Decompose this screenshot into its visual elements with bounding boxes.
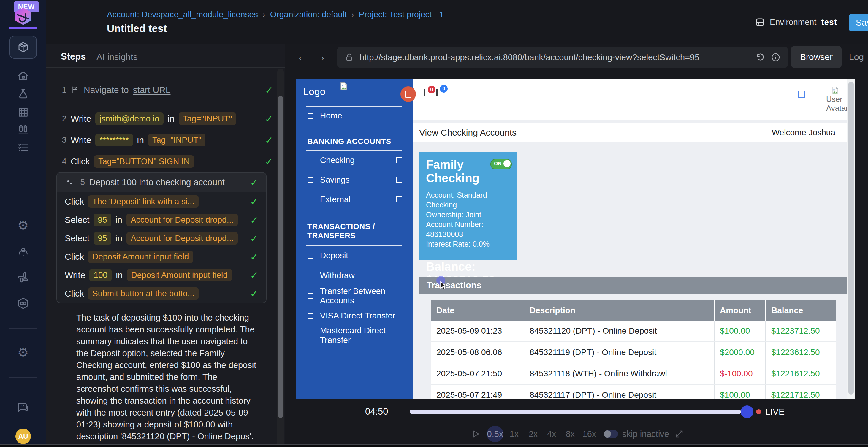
account-card-family-checking[interactable]: Family Checking ON Account: Standard Che…	[420, 152, 517, 260]
sidebar-item-visa-transfer[interactable]: VISA Direct Transfer	[308, 310, 402, 322]
speed-1x-button[interactable]: 1x	[506, 427, 522, 441]
sidebar-item-mastercard-transfer[interactable]: Mastercard Direct Transfer	[308, 329, 402, 341]
fullscreen-placeholder-icon[interactable]	[798, 91, 805, 98]
timeline-track[interactable]	[410, 410, 741, 414]
col-amount[interactable]: Amount	[715, 300, 766, 321]
step-target-chip[interactable]: The 'Deposit' link with a si...	[88, 195, 198, 208]
save-button[interactable]: Save	[849, 14, 868, 31]
skip-inactive-label: skip inactive	[622, 427, 676, 441]
browser-forward-icon[interactable]: →	[314, 49, 327, 63]
tab-ai-insights[interactable]: AI insights	[96, 52, 137, 62]
url-text[interactable]: http://stage.dbank.prod-apps.relicx.ai:8…	[360, 53, 749, 62]
substep-row-3[interactable]: Select 95 in Account for Deposit dropd..…	[57, 229, 266, 248]
table-row[interactable]: 2025-05-07 21:50 845321118 (WTH) - Onlin…	[431, 363, 836, 385]
substep-row-4[interactable]: Click Deposit Amount input field ✓	[57, 248, 266, 266]
step-group-card[interactable]: 5 Deposit 100 into checking account ✓ Cl…	[56, 172, 267, 304]
step-target-chip[interactable]: Tag="INPUT"	[148, 134, 206, 146]
table-row[interactable]: 2025-05-07 21:49 845321117 (DPT) - Onlin…	[431, 385, 836, 399]
tab-log[interactable]: Log	[847, 46, 866, 68]
step-row-1[interactable]: 1 Navigate to start URL ✓	[59, 81, 273, 99]
viewport-scrollbar[interactable]	[847, 79, 855, 399]
home-icon	[17, 70, 29, 82]
col-date[interactable]: Date	[431, 300, 524, 321]
rail-item-admin-settings[interactable]: ⚙	[0, 344, 46, 361]
rail-item-checklist[interactable]	[0, 139, 46, 156]
step-target-chip[interactable]: Tag="INPUT"	[179, 113, 236, 125]
scrollbar-thumb[interactable]	[848, 82, 854, 395]
step-target-chip[interactable]: Account for Deposit dropd...	[126, 232, 238, 245]
rail-item-pipelines[interactable]	[0, 295, 46, 312]
speed-4x-button[interactable]: 4x	[544, 427, 559, 441]
steps-scrollbar[interactable]	[277, 69, 284, 447]
browser-back-icon[interactable]: ←	[296, 49, 309, 63]
speed-16x-button[interactable]: 16x	[580, 427, 598, 441]
sidebar-item-checking[interactable]: Checking	[308, 154, 402, 166]
rail-item-home[interactable]	[0, 68, 46, 84]
sidebar-item-external[interactable]: External	[308, 194, 402, 205]
rail-item-test-suites[interactable]	[9, 36, 37, 59]
user-avatar[interactable]: AU	[16, 428, 31, 444]
table-row[interactable]: 2025-05-09 01:23 845321120 (DPT) - Onlin…	[431, 321, 836, 342]
refresh-icon[interactable]	[755, 53, 765, 62]
step-target-chip[interactable]: Submit button at the botto...	[88, 287, 198, 300]
step-group-header[interactable]: 5 Deposit 100 into checking account ✓	[57, 173, 266, 192]
recording-stop-button[interactable]	[400, 86, 416, 102]
step-target-chip[interactable]: Account for Deposit dropd...	[126, 214, 238, 226]
col-description[interactable]: Description	[524, 300, 715, 321]
rail-item-test-runs[interactable]	[0, 122, 46, 138]
rail-item-lab[interactable]	[0, 86, 46, 102]
step-row-3[interactable]: 3 Write ********* in Tag="INPUT" ✓	[59, 131, 273, 149]
skip-inactive-toggle[interactable]	[604, 430, 618, 438]
substep-row-2[interactable]: Select 95 in Account for Deposit dropd..…	[57, 211, 266, 229]
account-toggle[interactable]: ON	[490, 159, 512, 169]
rail-item-help-feedback[interactable]: ?	[0, 400, 46, 416]
step-target-chip[interactable]: Deposit Amount input field	[88, 251, 193, 263]
start-url-link[interactable]: start URL	[133, 85, 171, 95]
sidebar-item-savings[interactable]: Savings	[308, 174, 402, 186]
breadcrumb-organization[interactable]: Organization: default	[270, 10, 347, 19]
tab-browser[interactable]: Browser	[791, 46, 842, 68]
url-bar[interactable]: http://stage.dbank.prod-apps.relicx.ai:8…	[337, 46, 788, 68]
info-icon[interactable]	[771, 53, 780, 62]
step-value-chip[interactable]: *********	[95, 134, 133, 146]
substep-row-5[interactable]: Write 100 in Deposit Amount input field …	[57, 266, 266, 284]
speed-0.5x-button[interactable]: 0.5x	[487, 426, 503, 442]
sidebar-item-deposit[interactable]: Deposit	[308, 250, 402, 261]
table-row[interactable]: 2025-05-08 06:06 845321119 (DPT) - Onlin…	[431, 342, 836, 363]
step-target-chip[interactable]: Tag="BUTTON" SIGN IN	[94, 155, 194, 168]
notification-bell-placeholder[interactable]	[424, 90, 425, 95]
user-avatar-broken-image[interactable]: User Avatar	[826, 86, 847, 116]
step-row-4[interactable]: 4 Click Tag="BUTTON" SIGN IN ✓	[59, 152, 273, 171]
col-balance[interactable]: Balance	[766, 300, 836, 321]
speed-8x-button[interactable]: 8x	[562, 427, 578, 441]
bank-logo-text[interactable]: Logo	[303, 86, 326, 97]
expand-player-button[interactable]	[673, 427, 686, 441]
rail-item-personas[interactable]	[0, 243, 46, 259]
environment-value[interactable]: test	[821, 18, 837, 27]
app-logo-icon[interactable]	[14, 8, 33, 25]
substep-row-6[interactable]: Click Submit button at the botto... ✓	[57, 284, 266, 303]
tab-steps[interactable]: Steps	[61, 51, 86, 62]
cell-date: 2025-05-07 21:49	[431, 385, 524, 399]
breadcrumb-project[interactable]: Project: Test project - 1	[359, 10, 444, 19]
step-target-chip[interactable]: Deposit Amount input field	[127, 269, 232, 281]
step-value-chip[interactable]: 100	[89, 269, 112, 281]
speed-2x-button[interactable]: 2x	[525, 427, 541, 441]
breadcrumb-account[interactable]: Account: Devspace_all_module_licenses	[107, 10, 258, 19]
rail-item-grid[interactable]	[0, 104, 46, 121]
transactions-section-header[interactable]: Transactions	[420, 277, 848, 294]
sidebar-item-withdraw[interactable]: Withdraw	[308, 269, 402, 281]
play-button[interactable]	[469, 427, 482, 441]
sidebar-item-transfer[interactable]: Transfer Between Accounts	[308, 290, 402, 302]
step-value-chip[interactable]: 95	[94, 232, 111, 245]
substep-row-1[interactable]: Click The 'Deposit' link with a si... ✓	[57, 192, 266, 211]
message-placeholder[interactable]	[436, 90, 438, 95]
rail-item-slack-integration[interactable]	[0, 269, 46, 286]
step-row-2[interactable]: 2 Write jsmith@demo.io in Tag="INPUT" ✓	[59, 109, 273, 128]
sidebar-item-home[interactable]: Home	[308, 110, 402, 122]
scrollbar-thumb[interactable]	[278, 96, 283, 418]
step-value-chip[interactable]: 95	[94, 214, 111, 226]
timeline-thumb[interactable]	[741, 406, 753, 418]
step-value-chip[interactable]: jsmith@demo.io	[95, 113, 163, 125]
rail-item-settings[interactable]: ⚙	[0, 217, 46, 234]
